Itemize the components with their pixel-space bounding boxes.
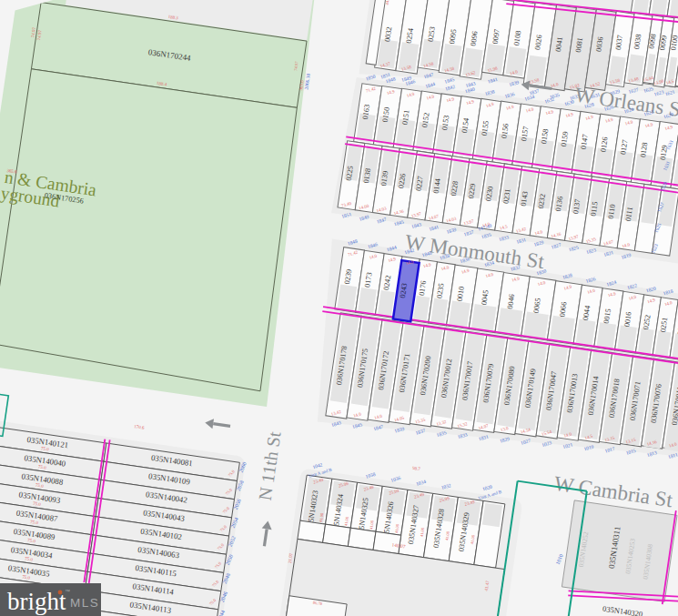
svg-text:™: ™ — [65, 589, 70, 594]
svg-text:bright: bright — [7, 588, 66, 615]
svg-text:0100: 0100 — [669, 35, 678, 51]
svg-text:MLS: MLS — [70, 596, 99, 610]
